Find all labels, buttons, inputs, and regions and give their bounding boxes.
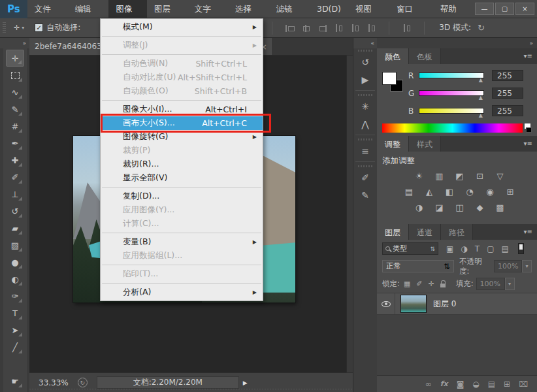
threshold-icon[interactable]: ◫ <box>453 202 467 214</box>
actions-icon[interactable]: ▶ <box>355 71 375 88</box>
menu-item-image-size[interactable]: 图像大小(I)... Alt+Ctrl+I <box>101 103 263 116</box>
brush-presets-icon[interactable]: ✎ <box>355 186 375 204</box>
tab-paths[interactable]: 路径 <box>441 224 473 240</box>
status-flyout-icon[interactable]: ▶ <box>243 380 248 386</box>
exposure-icon[interactable]: ⊡ <box>473 171 487 182</box>
lasso-tool[interactable]: ∿ <box>6 84 24 101</box>
tab-color[interactable]: 颜色 <box>377 48 409 64</box>
menu-item-image-rotation[interactable]: 图像旋转(G) ▶ <box>101 130 263 144</box>
dodge-tool[interactable]: ◐ <box>6 270 24 287</box>
3d-orbit-icon[interactable]: ↻ <box>478 23 485 33</box>
color-spectrum-ramp[interactable] <box>382 123 523 133</box>
channel-mixer-icon[interactable]: ◉ <box>483 186 497 198</box>
fill-field[interactable]: 100% <box>476 278 505 290</box>
layer-style-icon[interactable]: fx <box>440 380 448 388</box>
close-button[interactable]: × <box>515 3 534 15</box>
menu-item-trim[interactable]: 裁切(R)... <box>101 157 263 171</box>
align-horizontal-centers-icon[interactable] <box>302 24 310 32</box>
menu-item-apply-data-set[interactable]: 应用数据组(L)... <box>101 249 263 263</box>
black-swatch[interactable] <box>526 127 532 133</box>
slider-handle-icon[interactable]: ▲ <box>479 112 483 118</box>
panels-expand-icon[interactable]: » <box>377 38 537 48</box>
distribute-bottom-icon[interactable] <box>367 24 376 32</box>
link-layers-icon[interactable]: ∞ <box>425 380 432 389</box>
brush-tool[interactable]: ✐ <box>6 169 24 186</box>
layer-filter-type-select[interactable]: 类型 ⇅ <box>382 242 438 255</box>
layers-list-empty-area[interactable] <box>377 315 537 375</box>
foreground-color-swatch[interactable] <box>382 72 397 85</box>
opacity-field[interactable]: 100% <box>494 260 522 272</box>
menu-item-apply-image[interactable]: 应用图像(Y)... <box>101 203 263 217</box>
distribute-horizontal-icon[interactable] <box>402 24 411 32</box>
dock-collapse-icon[interactable]: « <box>353 38 377 48</box>
history-brush-tool[interactable]: ↺ <box>6 203 24 220</box>
menu-item-auto-color[interactable]: 自动颜色(O) Shift+Ctrl+B <box>101 84 263 98</box>
quick-selection-tool[interactable]: ✎ <box>6 101 24 118</box>
menu-item-mode[interactable]: 模式(M) ▶ <box>101 20 263 34</box>
fill-dropdown-icon[interactable]: ▾ <box>505 278 515 290</box>
menu-file[interactable]: 文件(F) <box>27 0 68 18</box>
tab-channels[interactable]: 通道 <box>409 224 441 240</box>
menu-item-reveal-all[interactable]: 显示全部(V) <box>101 171 263 185</box>
lock-pixels-icon[interactable]: ✐ <box>416 280 422 288</box>
type-tool[interactable]: T <box>6 304 24 321</box>
slider-handle-icon[interactable]: ▲ <box>479 77 483 83</box>
filter-type-layers-icon[interactable]: T <box>475 244 480 253</box>
curves-icon[interactable]: ◩ <box>453 171 467 182</box>
filter-switch-toggle[interactable] <box>518 243 524 254</box>
levels-icon[interactable]: ▥ <box>432 171 447 182</box>
green-slider[interactable]: ▲ <box>419 90 484 96</box>
move-tool[interactable]: ✛ <box>6 50 24 67</box>
tab-layers[interactable]: 图层 <box>377 224 409 240</box>
tab-styles[interactable]: 样式 <box>409 136 441 152</box>
visibility-cell[interactable] <box>377 293 395 314</box>
tools-collapse-icon[interactable]: » <box>0 38 29 48</box>
photo-filter-icon[interactable]: ◔ <box>463 186 477 198</box>
properties-icon[interactable]: ≡ <box>355 142 375 159</box>
clone-stamp-tool[interactable]: ⊥ <box>6 186 24 203</box>
navigator-icon[interactable]: ✳ <box>355 97 375 115</box>
minimize-button[interactable]: — <box>475 3 494 15</box>
canvas-vertical-scrollbar[interactable] <box>346 56 353 372</box>
maximize-button[interactable]: ▢ <box>495 3 514 15</box>
new-layer-icon[interactable]: ⊞ <box>504 380 510 389</box>
menu-item-trap[interactable]: 陷印(T)... <box>101 267 263 281</box>
align-left-edges-icon[interactable] <box>285 24 294 32</box>
filter-pixel-layers-icon[interactable]: ▣ <box>446 244 453 253</box>
eraser-tool[interactable]: ▰ <box>6 220 24 237</box>
delete-layer-icon[interactable]: ⌧ <box>519 380 528 389</box>
new-group-icon[interactable]: ▤ <box>488 380 495 389</box>
distribute-top-icon[interactable] <box>334 24 343 32</box>
new-adjustment-layer-icon[interactable]: ◒ <box>472 380 479 389</box>
rotate-view-icon[interactable]: ↻ <box>78 378 88 387</box>
tab-adjustments[interactable]: 调整 <box>377 136 409 152</box>
green-value-field[interactable]: 255 <box>492 88 523 99</box>
crop-tool[interactable]: # <box>6 118 24 135</box>
path-selection-tool[interactable]: ➤ <box>6 321 24 338</box>
layer-mask-icon[interactable]: ◙ <box>457 380 464 389</box>
document-sizes[interactable]: 文档:2.20M/2.20M <box>97 376 239 389</box>
menu-item-duplicate[interactable]: 复制(D)... <box>101 189 263 203</box>
lock-all-icon[interactable] <box>440 284 446 287</box>
menu-window[interactable]: 窗口(W) <box>389 0 433 18</box>
zoom-level[interactable]: 33.33% <box>39 378 69 387</box>
menu-item-auto-contrast[interactable]: 自动对比度(U) Alt+Shift+Ctrl+L <box>101 71 263 84</box>
blur-tool[interactable]: ● <box>6 253 24 270</box>
layer-name[interactable]: 图层 0 <box>433 299 456 310</box>
auto-select-checkbox[interactable]: ✓ <box>35 24 43 32</box>
menu-item-auto-tone[interactable]: 自动色调(N) Shift+Ctrl+L <box>101 57 263 71</box>
red-slider[interactable]: ▲ <box>419 73 484 78</box>
menu-item-variables[interactable]: 变量(B) ▶ <box>101 235 263 249</box>
menu-item-adjustments[interactable]: 调整(J) ▶ <box>101 39 263 52</box>
distribute-vertical-centers-icon[interactable] <box>351 24 359 32</box>
menu-item-calculations[interactable]: 计算(C)... <box>101 217 263 231</box>
menu-type[interactable]: 文字(Y) <box>187 0 228 18</box>
align-right-edges-icon[interactable] <box>318 24 327 32</box>
selective-color-icon[interactable]: ▩ <box>493 202 508 214</box>
posterize-icon[interactable]: ◪ <box>432 202 447 214</box>
blue-slider[interactable]: ▲ <box>419 108 484 114</box>
menu-edit[interactable]: 编辑(E) <box>68 0 109 18</box>
history-icon[interactable]: ↺ <box>355 53 375 71</box>
blue-value-field[interactable]: 255 <box>492 105 523 116</box>
color-balance-icon[interactable]: ◭ <box>422 186 436 198</box>
